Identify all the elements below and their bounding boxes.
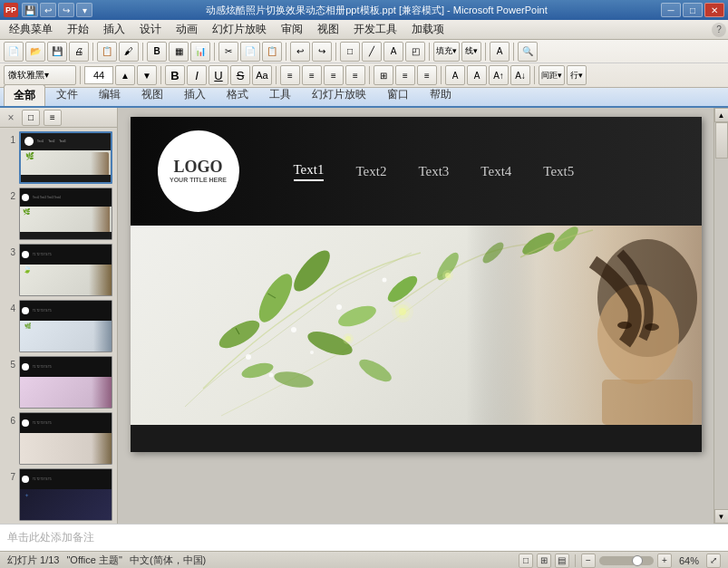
zoom-out-btn[interactable]: − (581, 554, 596, 568)
slide-preview-1[interactable]: Text1 Text2 Text3 🌿 (19, 131, 112, 184)
undo2-btn[interactable]: ↩ (290, 42, 310, 62)
folder-btn[interactable]: 📂 (25, 42, 45, 62)
scroll-down-btn[interactable]: ▼ (714, 509, 729, 524)
view-slide-sorter-btn[interactable]: ⊞ (537, 554, 551, 568)
bold-btn[interactable]: B (165, 65, 185, 85)
help-icon[interactable]: ? (712, 23, 726, 37)
strikethrough-btn[interactable]: S (230, 65, 250, 85)
font-size-input[interactable]: 44 (84, 66, 113, 84)
nav-item-1[interactable]: Text1 (294, 162, 325, 181)
slide-thumb-5[interactable]: 5 T1 T2 T3 T4 T5 (5, 356, 112, 409)
panel-tab-outline[interactable]: □ (22, 110, 40, 126)
main-slide[interactable]: LOGO YOUR TITLE HERE Text1 Text2 Text3 T… (131, 117, 702, 452)
slide-thumb-2[interactable]: 2 Text1 Text2 Text3 Text4 🌿 (5, 188, 112, 240)
menu-animation[interactable]: 动画 (169, 20, 205, 39)
tab-slideshow[interactable]: 幻灯片放映 (302, 83, 376, 106)
font-size-up-btn[interactable]: ▲ (115, 65, 135, 85)
tab-all[interactable]: 全部 (4, 84, 45, 106)
window-controls[interactable]: ─ □ ✕ (661, 3, 724, 17)
quick-access[interactable]: 💾 ↩ ↪ ▾ (22, 3, 92, 17)
redo2-btn[interactable]: ↪ (312, 42, 332, 62)
slide-preview-4[interactable]: T1 T2 T3 T4 T5 🌿 (19, 300, 112, 352)
fontcase-btn[interactable]: Aa (252, 65, 272, 85)
slide-thumb-7[interactable]: 7 T1 T2 T3 T4 T5 ✦ (5, 468, 112, 521)
menu-start[interactable]: 开始 (60, 20, 96, 39)
chart-btn[interactable]: 📊 (190, 42, 210, 62)
menu-view[interactable]: 视图 (310, 20, 346, 39)
slide-preview-2[interactable]: Text1 Text2 Text3 Text4 🌿 (19, 188, 112, 240)
save-toolbar-btn[interactable]: 💾 (47, 42, 67, 62)
slide-preview-3[interactable]: T1 T2 T3 T4 T5 🍃 (19, 244, 112, 296)
menu-insert[interactable]: 插入 (96, 20, 132, 39)
list-btn[interactable]: ≡ (395, 65, 415, 85)
align-center-btn[interactable]: ≡ (302, 65, 322, 85)
more-btn[interactable]: ▾ (76, 3, 92, 17)
menu-design[interactable]: 设计 (132, 20, 169, 39)
format-painter-btn[interactable]: 🖌 (119, 42, 139, 62)
align-left-btn[interactable]: ≡ (280, 65, 300, 85)
panel-close-btn[interactable]: × (4, 111, 18, 125)
italic-btn[interactable]: I (187, 65, 207, 85)
menu-slideshow[interactable]: 幻灯片放映 (205, 20, 274, 39)
nav-item-3[interactable]: Text3 (418, 164, 449, 179)
numlist-btn[interactable]: ≡ (417, 65, 437, 85)
zoom-in-btn[interactable]: + (657, 554, 672, 568)
tab-view[interactable]: 视图 (131, 83, 173, 106)
fit-slide-btn[interactable]: ⤢ (706, 554, 721, 568)
text-btn[interactable]: A (383, 42, 403, 62)
font-color-btn[interactable]: A (490, 42, 510, 62)
slide-thumb-4[interactable]: 4 T1 T2 T3 T4 T5 🌿 (5, 300, 112, 352)
tab-tools[interactable]: 工具 (259, 83, 301, 106)
nav-item-2[interactable]: Text2 (355, 164, 386, 179)
line-btn[interactable]: ╱ (362, 42, 382, 62)
spacing-btn[interactable]: 间距▾ (539, 65, 565, 85)
notes-area[interactable]: 单击此处添加备注 (0, 524, 728, 551)
line2-btn[interactable]: 线▾ (461, 42, 481, 62)
logo-circle[interactable]: LOGO YOUR TITLE HERE (158, 130, 239, 212)
zoom-slider[interactable] (599, 556, 654, 565)
fill-btn[interactable]: 填充▾ (433, 42, 460, 62)
close-btn[interactable]: ✕ (704, 3, 724, 17)
copy-btn[interactable]: 📄 (240, 42, 260, 62)
paste2-btn[interactable]: 📋 (262, 42, 282, 62)
paste-btn[interactable]: 📋 (97, 42, 117, 62)
menu-classic[interactable]: 经典菜单 (2, 20, 60, 39)
undo-btn[interactable]: ↩ (40, 3, 56, 17)
slide-preview-6[interactable]: T1 T2 T3 T4 T5 (19, 412, 112, 465)
hilite-btn[interactable]: A (467, 65, 487, 85)
lineheight-btn[interactable]: 行▾ (567, 65, 587, 85)
fontcolor2-btn[interactable]: A (445, 65, 465, 85)
bigger-btn[interactable]: A↑ (489, 65, 509, 85)
tab-window[interactable]: 窗口 (377, 83, 419, 106)
font-size-down-btn[interactable]: ▼ (137, 65, 157, 85)
menu-addins[interactable]: 加载项 (404, 20, 451, 39)
new-btn[interactable]: 📄 (4, 42, 24, 62)
zoom-btn-toolbar[interactable]: 🔍 (518, 42, 538, 62)
cut-btn[interactable]: ✂ (218, 42, 238, 62)
view-reading-btn[interactable]: ▤ (555, 554, 569, 568)
slide-preview-5[interactable]: T1 T2 T3 T4 T5 (19, 356, 112, 409)
minimize-btn[interactable]: ─ (661, 3, 681, 17)
tab-file[interactable]: 文件 (46, 83, 88, 106)
zoom-thumb[interactable] (632, 555, 643, 566)
shape-btn[interactable]: □ (340, 42, 360, 62)
justify-btn[interactable]: ≡ (345, 65, 365, 85)
print-btn[interactable]: 🖨 (69, 42, 89, 62)
col-btn[interactable]: ⊞ (374, 65, 393, 85)
tab-help[interactable]: 帮助 (420, 83, 461, 106)
tab-edit[interactable]: 编辑 (89, 83, 131, 106)
underline-btn[interactable]: U (209, 65, 228, 85)
slide-thumb-1[interactable]: 1 Text1 Text2 Text3 (5, 131, 112, 184)
align-right-btn[interactable]: ≡ (324, 65, 344, 85)
bold-icon[interactable]: B (147, 42, 167, 62)
scroll-thumb[interactable] (715, 122, 728, 159)
nav-item-5[interactable]: Text5 (543, 164, 574, 179)
restore-btn[interactable]: □ (683, 3, 703, 17)
table-btn[interactable]: ▦ (169, 42, 189, 62)
smaller-btn[interactable]: A↓ (510, 65, 530, 85)
font-family-dropdown[interactable]: 微软雅黑▾ (4, 65, 76, 85)
save-btn[interactable]: 💾 (22, 3, 38, 17)
shadow-btn[interactable]: ◰ (405, 42, 425, 62)
menu-dev[interactable]: 开发工具 (346, 20, 404, 39)
tab-insert[interactable]: 插入 (174, 83, 216, 106)
